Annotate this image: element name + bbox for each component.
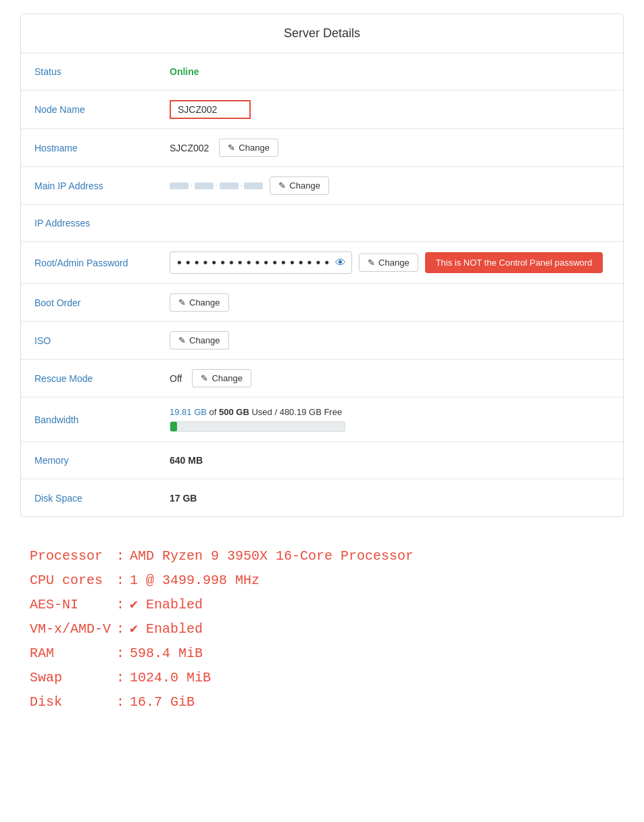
hostname-value: SJCZ002 (170, 143, 209, 153)
bandwidth-section: 19.81 GB of 500 GB Used / 480.19 GB Free (170, 407, 345, 432)
card-title: Server Details (21, 14, 623, 53)
eye-icon[interactable]: 👁 (335, 257, 346, 269)
node-name-label: Node Name (34, 104, 170, 115)
ip-change-button[interactable]: Change (270, 176, 329, 195)
system-info-value: 1024.0 MiB (127, 666, 416, 690)
status-value: Online (170, 66, 199, 77)
ip-block-4 (244, 183, 263, 189)
rescue-mode-change-button[interactable]: Change (192, 369, 251, 387)
hostname-label: Hostname (34, 143, 170, 153)
system-info-row: Processor :AMD Ryzen 9 3950X 16-Core Pro… (27, 544, 416, 569)
bandwidth-free: 480.19 GB Free (280, 407, 343, 417)
rescue-mode-status: Off (170, 373, 182, 384)
system-info-row: VM-x/AMD-V:✔ Enabled (27, 617, 416, 642)
hostname-row: Hostname SJCZ002 Change (21, 129, 623, 167)
system-info-colon: : (114, 666, 127, 690)
pencil-icon (278, 180, 286, 191)
password-change-button[interactable]: Change (359, 253, 418, 272)
node-name-row: Node Name SJCZ002 (21, 91, 623, 129)
pencil-icon (228, 143, 235, 153)
ip-block-2 (195, 183, 214, 189)
ip-block-3 (220, 183, 239, 189)
password-field: •••••••••••••••••• 👁 (170, 251, 352, 274)
rescue-mode-change-label: Change (212, 373, 243, 383)
boot-order-change-button[interactable]: Change (170, 293, 229, 312)
password-row: Root/Admin Password •••••••••••••••••• 👁… (21, 242, 623, 284)
system-info-colon: : (114, 544, 127, 569)
node-name-value: SJCZ002 (170, 100, 251, 119)
ip-block-1 (170, 183, 189, 189)
password-change-label: Change (378, 258, 410, 268)
boot-order-label: Boot Order (34, 297, 170, 308)
system-info-label: Swap (27, 666, 114, 690)
iso-change-label: Change (189, 335, 220, 345)
main-ip-row: Main IP Address · · · Change (21, 167, 623, 205)
bandwidth-row: Bandwidth 19.81 GB of 500 GB Used / 480.… (21, 397, 623, 442)
system-info-colon: : (114, 617, 127, 642)
system-info-label: Processor (27, 544, 114, 569)
system-info-colon: : (114, 593, 127, 617)
pencil-icon (368, 258, 375, 268)
system-info-value: AMD Ryzen 9 3950X 16-Core Processor (127, 544, 416, 569)
password-label: Root/Admin Password (34, 258, 170, 268)
disk-space-label: Disk Space (34, 493, 170, 504)
memory-value: 640 MB (170, 455, 203, 466)
bandwidth-label: Bandwidth (34, 414, 170, 425)
bandwidth-progress-bar (170, 421, 345, 432)
bandwidth-progress-fill (170, 422, 177, 431)
system-info-label: Disk (27, 690, 114, 715)
system-info-value: 1 @ 3499.998 MHz (127, 569, 416, 593)
hostname-change-button[interactable]: Change (219, 139, 278, 157)
system-info-label: CPU cores (27, 569, 114, 593)
ip-addresses-label: IP Addresses (34, 218, 170, 228)
iso-label: ISO (34, 335, 170, 346)
pencil-icon (178, 335, 186, 345)
status-row: Status Online (21, 53, 623, 91)
memory-row: Memory 640 MB (21, 442, 623, 479)
bandwidth-of: of (209, 407, 219, 417)
system-info-row: RAM :598.4 MiB (27, 642, 416, 666)
bandwidth-used: 19.81 GB (170, 407, 207, 417)
ip-addresses-row: IP Addresses (21, 205, 623, 242)
system-info-value: ✔ Enabled (127, 617, 416, 642)
password-dots: •••••••••••••••••• (176, 256, 332, 270)
system-info-label: VM-x/AMD-V (27, 617, 114, 642)
system-info-value: 16.7 GiB (127, 690, 416, 715)
bandwidth-text: 19.81 GB of 500 GB Used / 480.19 GB Free (170, 407, 345, 417)
status-label: Status (34, 66, 170, 77)
ip-change-label: Change (289, 180, 320, 191)
system-info-row: Swap :1024.0 MiB (27, 666, 416, 690)
system-info-label: AES-NI (27, 593, 114, 617)
memory-label: Memory (34, 455, 170, 466)
rescue-mode-row: Rescue Mode Off Change (21, 360, 623, 397)
system-info-row: Disk :16.7 GiB (27, 690, 416, 715)
boot-order-row: Boot Order Change (21, 284, 623, 322)
system-info-label: RAM (27, 642, 114, 666)
iso-change-button[interactable]: Change (170, 331, 229, 349)
main-ip-label: Main IP Address (34, 180, 170, 191)
hostname-change-label: Change (239, 143, 270, 153)
system-info-row: AES-NI :✔ Enabled (27, 593, 416, 617)
bandwidth-total: 500 GB (219, 407, 249, 417)
pencil-icon (178, 297, 186, 308)
system-info-value: 598.4 MiB (127, 642, 416, 666)
boot-order-change-label: Change (189, 297, 220, 308)
rescue-mode-label: Rescue Mode (34, 373, 170, 384)
disk-space-value: 17 GB (170, 493, 197, 504)
pencil-icon (201, 373, 208, 383)
system-info-section: Processor :AMD Ryzen 9 3950X 16-Core Pro… (20, 531, 624, 728)
system-info-colon: : (114, 642, 127, 666)
system-info-row: CPU cores :1 @ 3499.998 MHz (27, 569, 416, 593)
iso-row: ISO Change (21, 322, 623, 360)
system-info-value: ✔ Enabled (127, 593, 416, 617)
disk-space-row: Disk Space 17 GB (21, 479, 623, 516)
not-control-panel-button[interactable]: This is NOT the Control Panel password (425, 252, 603, 273)
bandwidth-separator: Used / (251, 407, 279, 417)
system-info-colon: : (114, 690, 127, 715)
system-info-table: Processor :AMD Ryzen 9 3950X 16-Core Pro… (27, 544, 416, 715)
system-info-colon: : (114, 569, 127, 593)
ip-address-blurred: · · · (170, 182, 263, 189)
